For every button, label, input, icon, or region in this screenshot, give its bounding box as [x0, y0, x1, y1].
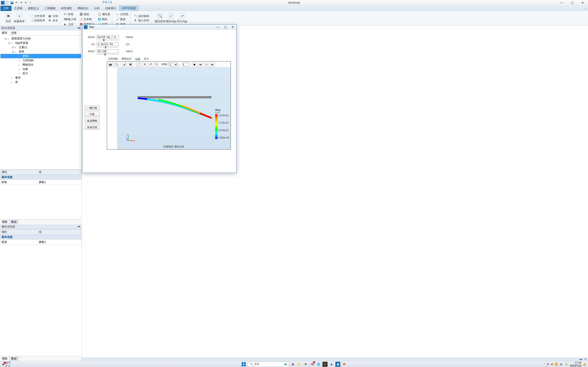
tree-node[interactable]: ▫事件 [0, 76, 81, 80]
action-button[interactable]: 生成几何 [85, 125, 99, 130]
time-select[interactable]: 1 [169, 63, 178, 66]
propset-button[interactable]: 📋属性集 [97, 12, 111, 17]
tab-params[interactable]: 参数定义 [25, 6, 42, 11]
rotate-ccw-icon[interactable]: ↺ [148, 62, 153, 67]
export-app-button[interactable]: ↗导出App [177, 12, 188, 25]
collapse-ribbon-icon[interactable]: ⌃ [582, 7, 588, 11]
record-icon[interactable]: ⏺ [192, 62, 197, 67]
tree-node[interactable]: ⊟▫App开发器 [0, 41, 81, 45]
page-menu-button[interactable]: 📑页面菜单 [30, 19, 46, 23]
tree-node[interactable]: ⊟▫悬臂梁受力分析 [0, 36, 81, 41]
taskbar-search[interactable]: 🔍 搜索 🐟 [248, 362, 289, 367]
qat-dropdown-icon[interactable]: ▼ [28, 1, 32, 5]
app-icon-1[interactable]: G [322, 362, 328, 367]
slider-knob[interactable] [104, 53, 106, 56]
inner-close-button[interactable]: ✕ [229, 25, 236, 30]
tree-node[interactable]: ▫位移 [0, 67, 81, 71]
fit-icon[interactable]: ⛶ [136, 62, 141, 67]
zoom-icon[interactable]: 🔍 [114, 62, 119, 67]
step-input[interactable] [182, 63, 189, 66]
tree-toggle-icon[interactable]: ⊞ [11, 46, 14, 49]
chart-button[interactable]: 📈图表 [115, 17, 129, 22]
close-button[interactable]: ✖关闭 [3, 12, 14, 25]
camera-icon[interactable]: 📷 [108, 62, 113, 67]
view-tab-data[interactable]: 数据 [9, 356, 19, 361]
minimize-button[interactable]: ― [556, 0, 567, 6]
action-button[interactable]: 计算 [85, 112, 99, 117]
brush-icon[interactable]: 🖌 [122, 62, 127, 67]
param-slider[interactable] [97, 40, 119, 40]
network-button[interactable]: 🌐网络 [97, 17, 111, 22]
inner-minimize-button[interactable]: ― [214, 25, 222, 30]
redo-icon[interactable]: ↷ [19, 1, 23, 5]
tree-node[interactable]: ▫库 [0, 80, 81, 84]
param-input-denx[interactable] [97, 35, 119, 39]
tree-node[interactable]: ▫网格划分 [0, 63, 81, 67]
tab-home[interactable]: 主屏幕 [11, 6, 25, 11]
tab-file[interactable]: 文件 [0, 6, 11, 11]
param-input-prxy[interactable] [97, 49, 119, 53]
file-menu-button[interactable]: 📄文件菜单 [30, 14, 46, 18]
clock[interactable]: 17:18 2024/7/14 [570, 361, 581, 367]
tab-3d[interactable]: 三维建模 [42, 6, 58, 11]
taskview-icon[interactable]: ⊞ [290, 362, 295, 367]
input-button[interactable]: ⌨输入框 [63, 17, 77, 22]
view-tab-view[interactable]: 视图 [0, 219, 9, 224]
start-button[interactable] [241, 362, 246, 367]
mail-icon[interactable]: ✉ [303, 362, 308, 367]
tree-node[interactable]: ▫应力 [0, 71, 81, 76]
palette-icon[interactable]: ▦ [128, 62, 133, 67]
param-input-ex[interactable] [97, 42, 119, 46]
new-icon[interactable] [6, 1, 9, 5]
plot-tab[interactable]: 位移 [134, 57, 141, 61]
tab-results[interactable]: 结果展示 [103, 6, 119, 11]
tree-node[interactable]: ⊟▫表单 [0, 50, 81, 54]
last-frame-icon[interactable]: ⏭ [210, 62, 215, 67]
tree-toggle-icon[interactable]: ⊟ [11, 50, 14, 53]
slider-knob[interactable] [103, 39, 104, 41]
label-button[interactable]: 🏷标签 [63, 12, 77, 17]
textbox-button[interactable]: 📝文本框 [79, 17, 95, 22]
axes-icon[interactable]: ✛ [142, 62, 147, 67]
button-button[interactable]: 🔘按钮 [79, 12, 95, 17]
store-icon[interactable]: 🛍1 [310, 362, 315, 367]
explorer-icon[interactable]: 📁 [297, 362, 302, 367]
prop-row-value[interactable]: 参数1 [37, 180, 82, 185]
battery-icon[interactable]: 🔋 [565, 363, 568, 366]
play-reverse-icon[interactable]: ◁ [204, 62, 209, 67]
tab-mesh[interactable]: 网格剖分 [75, 6, 91, 11]
action-button[interactable]: 一键计算 [85, 105, 99, 110]
group-button[interactable]: ▦分组 [48, 14, 59, 18]
mode-tab-model[interactable]: 模型 [0, 31, 9, 35]
divider-button[interactable]: ―分割线 [115, 12, 129, 17]
tray-overflow-icon[interactable]: ˄ [544, 363, 545, 366]
mode-tab-task[interactable]: 任务 [9, 31, 19, 35]
action-button[interactable]: 生成网格 [85, 118, 99, 123]
test-window-titlebar[interactable]: Test ― ▢ ✕ [82, 25, 236, 30]
param-slider[interactable] [97, 47, 119, 48]
tree-node[interactable]: ▫参数1 [0, 54, 81, 58]
view-tab-data[interactable]: 数据 [9, 219, 19, 224]
tab-appdev[interactable]: APP开发器 [119, 6, 139, 11]
app-icon-4[interactable]: W [342, 362, 347, 367]
panel-expand-icon[interactable]: ▸▸ [78, 26, 81, 29]
first-frame-icon[interactable]: ⏮ [198, 62, 203, 67]
tree-node[interactable]: ▫几何结构 [0, 58, 81, 63]
param-slider[interactable] [97, 54, 119, 55]
monitor-curve-button[interactable]: 📉监控曲线 [134, 14, 150, 18]
weather-widget[interactable]: ☁1 32°C 多云 [0, 361, 13, 367]
input-control-button[interactable]: 🎚输入控件 [134, 19, 150, 23]
refresh-icon[interactable]: ⟳ [24, 1, 27, 5]
close-button[interactable]: ✕ [578, 0, 588, 6]
undo-icon[interactable]: ↶ [15, 1, 18, 5]
app-icon-2[interactable]: ◉ [329, 362, 334, 367]
slider-knob[interactable] [105, 46, 106, 48]
ime-icon[interactable]: ㊥ [547, 362, 549, 366]
inner-maximize-button[interactable]: ▢ [222, 25, 229, 30]
save-icon[interactable] [10, 1, 14, 5]
tab-analysis[interactable]: 分析 [91, 6, 103, 11]
command-button[interactable]: ⚙命令 [48, 19, 59, 23]
plot-canvas[interactable]: Disp ( m ) 2.574e-01 1.716e-01 8.578e-02… [117, 67, 231, 149]
preview-form-button[interactable]: 🔍预览表单 [155, 12, 166, 25]
tree-toggle-icon[interactable]: ⊟ [8, 42, 10, 44]
